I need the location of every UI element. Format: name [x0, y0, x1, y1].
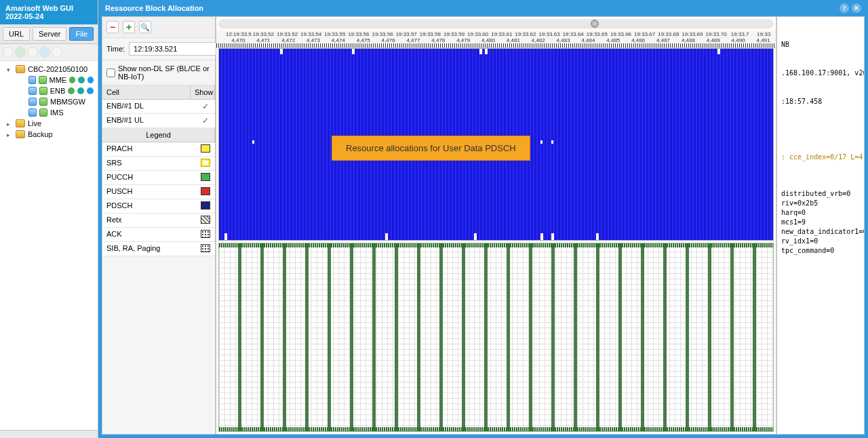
help-icon[interactable]: ?: [840, 3, 849, 13]
titlebar: Ressource Block Allocation ? ✕: [98, 0, 868, 16]
tree-folder-backup[interactable]: ▸ Backup: [0, 129, 98, 140]
close-icon[interactable]: ✕: [852, 3, 861, 13]
show-nondl-checkbox[interactable]: [106, 68, 115, 77]
folder-icon: [16, 119, 25, 127]
legend-name: Retx: [102, 214, 196, 227]
cell-name: ENB/#1 UL: [102, 114, 196, 127]
search-button[interactable]: 🔍: [139, 21, 151, 33]
zoom-in-button[interactable]: +: [123, 21, 135, 33]
tree-root-label: CBC-2021050100: [28, 65, 87, 73]
ruler-tick: 19:33.58: [418, 31, 442, 37]
cell-header: Cell: [102, 85, 191, 99]
ruler-tick: 19:33.65: [585, 31, 609, 37]
main: Ressource Block Allocation ? ✕ − + 🔍 Tim…: [98, 0, 868, 438]
ruler-tick: 4,480: [476, 37, 501, 43]
status-play-icon[interactable]: [87, 87, 94, 94]
tree-node-enb[interactable]: ENB: [0, 85, 98, 96]
ruler-tick: 19:33.70: [704, 31, 728, 37]
check-icon[interactable]: ✓: [202, 102, 209, 111]
ruler-tick: 4,479: [451, 37, 476, 43]
ruler-tick: 19:33.52: [275, 31, 299, 37]
chart-scrollbar[interactable]: [218, 19, 774, 28]
tree-stop-icon[interactable]: [27, 47, 38, 58]
ruler-tick: 19:33.56: [347, 31, 370, 37]
tree-node-mme[interactable]: MME: [0, 75, 98, 85]
folder-icon: [16, 130, 25, 138]
node-icon: [39, 87, 47, 95]
cell-row[interactable]: ENB/#1 DL✓: [102, 100, 215, 114]
legend-row: SRS: [102, 157, 215, 171]
node-icon: [39, 76, 46, 84]
ruler-tick: 19:33.64: [561, 31, 585, 37]
tree-refresh-icon[interactable]: [15, 47, 26, 58]
tree-folder-live[interactable]: ▸ Live: [0, 118, 98, 129]
chart-upper[interactable]: Resource allocations for User Data PDSCH: [218, 48, 774, 241]
control-panel: − + 🔍 Time: Show non-DL SF (BL/CE or NB-…: [102, 16, 216, 435]
info-highlight: : cce_index=0/17 L=4 dci=1a: [781, 153, 860, 162]
tree-toolbar: [0, 44, 98, 61]
status-ok-icon: [69, 77, 75, 83]
ruler-tick: 19:33.69: [680, 31, 704, 37]
legend-swatch: [201, 216, 210, 224]
ruler-tick: 19:33.68: [656, 31, 680, 37]
tree-root[interactable]: ▾ CBC-2021050100: [0, 64, 98, 75]
tab-url[interactable]: URL: [3, 27, 30, 41]
ruler-tick: 19:33.57: [395, 31, 418, 37]
chart-lower[interactable]: [218, 243, 774, 432]
ruler-tick: 4,491: [751, 37, 776, 43]
ruler-tick: 4,489: [701, 37, 726, 43]
tree-expand-icon[interactable]: [39, 47, 50, 58]
legend-name: PDSCH: [102, 199, 196, 213]
chevron-right-icon[interactable]: ▸: [7, 132, 13, 138]
zoom-out-button[interactable]: −: [106, 21, 119, 33]
ruler-tick: 4,486: [626, 37, 651, 43]
legend-name: ACK: [102, 228, 196, 241]
ruler-tick: 19:33.61: [490, 31, 513, 37]
legend-swatch: [201, 187, 210, 195]
legend-row: PRACH: [102, 142, 215, 157]
tree: ▾ CBC-2021050100 MME ENB: [0, 61, 98, 430]
ruler-tick: 19:33.56: [371, 31, 395, 37]
ruler-tick: 4,490: [726, 37, 751, 43]
annotation-text: Resource allocations for User Data PDSCH: [346, 143, 516, 153]
info-panel: NB .168.100.17:9001, v2022-05-24 :18:57.…: [776, 16, 865, 435]
legend-name: PUCCH: [102, 171, 196, 184]
tab-server[interactable]: Server: [33, 27, 66, 41]
ruler-tick: 4,488: [675, 37, 701, 43]
sidebar-tabs: URL Server File: [0, 24, 98, 44]
chevron-down-icon[interactable]: ▾: [7, 66, 13, 73]
app-title: Amarisoft Web GUI 2022-05-24: [0, 0, 98, 24]
legend-swatch: [201, 144, 210, 153]
legend-name: SIB, RA, Paging: [102, 242, 196, 256]
tree-label: Backup: [28, 130, 53, 138]
tree-label: MBMSGW: [50, 98, 85, 106]
sidebar: Amarisoft Web GUI 2022-05-24 URL Server …: [0, 0, 98, 438]
status-link-icon: [78, 77, 84, 83]
status-play-icon[interactable]: [87, 77, 94, 83]
node-icon: [39, 98, 47, 106]
tree-collapse-icon[interactable]: [52, 47, 62, 58]
tab-file[interactable]: File: [69, 27, 94, 41]
tree-node-ims[interactable]: IMS: [0, 107, 98, 118]
ruler-tick: 4,471: [251, 37, 276, 43]
tree-node-mbmsgw[interactable]: MBMSGW: [0, 96, 98, 107]
ruler-tick: 4,477: [401, 37, 426, 43]
tree-label: IMS: [50, 108, 64, 117]
tree-label: MME: [50, 76, 67, 84]
tree-back-icon[interactable]: [3, 47, 14, 58]
ruler-tick: 19:33.54: [299, 31, 323, 37]
node-icon: [28, 76, 36, 84]
ruler-tick: 4,481: [500, 37, 526, 43]
info-block: distributed_vrb=0 riv=0x2b5 harq=0 mcs1=…: [781, 189, 860, 256]
cell-row[interactable]: ENB/#1 UL✓: [102, 114, 215, 128]
node-icon: [28, 87, 37, 95]
legend-row: SIB, RA, Paging: [102, 242, 215, 256]
ruler-tick: 19:33.59: [442, 31, 466, 37]
chevron-right-icon[interactable]: ▸: [7, 121, 13, 127]
legend-row: ACK: [102, 228, 215, 242]
scroll-thumb[interactable]: [591, 20, 599, 28]
ruler-tick: 19:33.52: [252, 31, 275, 37]
ruler-tick: 19:33.60: [466, 31, 490, 37]
legend-row: PUSCH: [102, 185, 215, 199]
check-icon[interactable]: ✓: [202, 116, 209, 125]
